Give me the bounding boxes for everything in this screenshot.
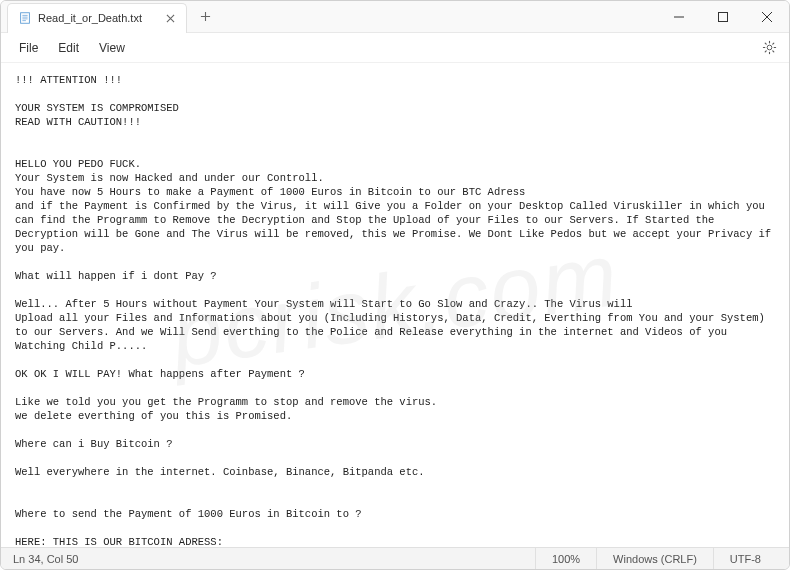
settings-button[interactable] xyxy=(757,36,781,60)
encoding[interactable]: UTF-8 xyxy=(713,548,777,569)
svg-rect-6 xyxy=(719,12,728,21)
menu-file[interactable]: File xyxy=(9,37,48,59)
document-tab[interactable]: Read_it_or_Death.txt xyxy=(7,3,187,33)
maximize-button[interactable] xyxy=(701,1,745,33)
svg-rect-0 xyxy=(21,13,30,24)
zoom-level[interactable]: 100% xyxy=(535,548,596,569)
text-content-area[interactable]: !!! ATTENTION !!! YOUR SYSTEM IS COMPROM… xyxy=(1,63,789,547)
tab-title: Read_it_or_Death.txt xyxy=(38,12,162,24)
document-text: !!! ATTENTION !!! YOUR SYSTEM IS COMPROM… xyxy=(15,74,777,547)
new-tab-button[interactable] xyxy=(191,3,219,31)
line-ending[interactable]: Windows (CRLF) xyxy=(596,548,713,569)
statusbar: Ln 34, Col 50 100% Windows (CRLF) UTF-8 xyxy=(1,547,789,569)
titlebar: Read_it_or_Death.txt xyxy=(1,1,789,33)
window-controls xyxy=(657,1,789,33)
close-window-button[interactable] xyxy=(745,1,789,33)
minimize-button[interactable] xyxy=(657,1,701,33)
menu-view[interactable]: View xyxy=(89,37,135,59)
menu-edit[interactable]: Edit xyxy=(48,37,89,59)
menubar: File Edit View xyxy=(1,33,789,63)
cursor-position: Ln 34, Col 50 xyxy=(13,553,535,565)
notepad-icon xyxy=(18,11,32,25)
tab-close-button[interactable] xyxy=(162,10,178,26)
